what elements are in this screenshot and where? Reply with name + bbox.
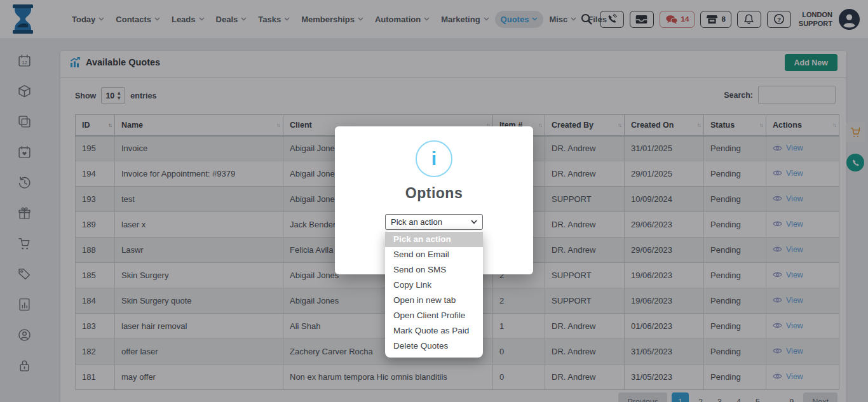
action-dropdown-list: Pick an action Send on Email Send on SMS… bbox=[385, 231, 483, 358]
dropdown-option-copy-link[interactable]: Copy Link bbox=[385, 278, 483, 293]
action-select-value: Pick an action bbox=[391, 217, 442, 227]
dropdown-option-mark-quote-as-paid[interactable]: Mark Quote as Paid bbox=[385, 323, 483, 338]
chevron-down-icon bbox=[471, 220, 477, 224]
dropdown-option-open-in-new-tab[interactable]: Open in new tab bbox=[385, 293, 483, 308]
action-select[interactable]: Pick an action bbox=[385, 214, 483, 230]
dropdown-option-send-on-email[interactable]: Send on Email bbox=[385, 247, 483, 262]
app-page: Today Contacts Leads Deals Tasks Members… bbox=[0, 0, 868, 402]
dropdown-option-pick-an-action[interactable]: Pick an action bbox=[385, 232, 483, 247]
info-icon: i bbox=[416, 140, 452, 177]
dropdown-option-delete-quotes[interactable]: Delete Quotes bbox=[385, 338, 483, 354]
dropdown-option-open-client-profile[interactable]: Open Client Profile bbox=[385, 308, 483, 323]
dropdown-option-send-on-sms[interactable]: Send on SMS bbox=[385, 262, 483, 278]
modal-title: Options bbox=[335, 185, 533, 202]
